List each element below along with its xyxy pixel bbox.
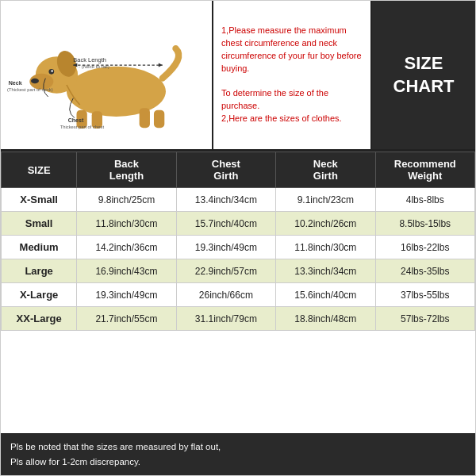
col-neck-girth: NeckGirth [276,152,375,188]
col-size: SIZE [2,152,77,188]
table-cell: 11.8inch/30cm [276,236,375,259]
table-cell: 19.3inch/49cm [77,283,176,307]
table-cell: 22.9inch/57cm [176,259,275,283]
svg-rect-10 [154,110,164,128]
table-row: XX-Large21.7inch/55cm31.1inch/79cm18.8in… [2,307,475,331]
svg-text:Chest: Chest [68,117,84,124]
size-table: SIZE BackLength ChestGirth NeckGirth Rec… [1,152,475,331]
table-cell: X-Small [2,188,77,212]
table-cell: XX-Large [2,307,77,331]
table-cell: 9.8inch/25cm [77,188,176,212]
col-back-length: BackLength [77,152,176,188]
svg-text:Thickest part of chest: Thickest part of chest [60,125,105,129]
size-table-section: SIZE BackLength ChestGirth NeckGirth Rec… [1,152,475,433]
svg-rect-9 [140,108,150,128]
table-cell: Large [2,259,77,283]
svg-marker-15 [159,63,163,67]
instructions-panel: 1,Please measure the maximum chest circu… [213,1,372,149]
table-cell: 31.1inch/79cm [176,307,275,331]
svg-point-0 [67,67,166,117]
table-cell: X-Large [2,283,77,307]
svg-point-5 [51,70,52,71]
footer-note: Pls be noted that the sizes are measured… [1,433,475,475]
svg-text:Back Length: Back Length [73,56,106,63]
table-cell: 14.2inch/36cm [77,236,176,259]
footer-line2: Pls allow for 1-2cm discrepancy. [10,455,466,469]
svg-text:- (Neck to tail): - (Neck to tail) [79,63,109,69]
table-cell: 4lbs-8lbs [375,188,474,212]
table-cell: 16.9inch/43cm [77,259,176,283]
table-cell: 15.7inch/40cm [176,212,275,236]
table-cell: 8.5lbs-15lbs [375,212,474,236]
table-cell: 13.3inch/34cm [276,259,375,283]
table-cell: 16lbs-22lbs [375,236,474,259]
table-cell: 13.4inch/34cm [176,188,275,212]
instruction-line1: 1,Please measure the maximum chest circu… [221,25,362,73]
svg-point-6 [31,79,39,84]
table-row: Medium14.2inch/36cm19.3inch/49cm11.8inch… [2,236,475,259]
table-cell: 15.6inch/40cm [276,283,375,307]
footer-line1: Pls be noted that the sizes are measured… [10,440,466,454]
table-row: Small11.8inch/30cm15.7inch/40cm10.2inch/… [2,212,475,236]
table-cell: 37lbs-55lbs [375,283,474,307]
table-header-row: SIZE BackLength ChestGirth NeckGirth Rec… [2,152,475,188]
svg-text:(Thickest part of neck): (Thickest part of neck) [7,87,53,92]
main-container: Back Length - (Neck to tail) Neck (Thick… [0,0,476,476]
table-cell: 24lbs-35lbs [375,259,474,283]
svg-text:Neck: Neck [9,80,22,86]
table-cell: 26inch/66cm [176,283,275,307]
table-row: Large16.9inch/43cm22.9inch/57cm13.3inch/… [2,259,475,283]
size-chart-title: SIZECHART [393,52,455,98]
instruction-text: 1,Please measure the maximum chest circu… [221,25,363,126]
table-cell: Small [2,212,77,236]
dog-diagram: Back Length - (Neck to tail) Neck (Thick… [1,1,213,149]
table-cell: 10.2inch/26cm [276,212,375,236]
table-cell: 9.1inch/23cm [276,188,375,212]
table-cell: 18.8inch/48cm [276,307,375,331]
table-row: X-Small9.8inch/25cm13.4inch/34cm9.1inch/… [2,188,475,212]
table-cell: 19.3inch/49cm [176,236,275,259]
table-cell: 57lbs-72lbs [375,307,474,331]
instruction-line3: 2,Here are the sizes of clothes. [221,113,342,123]
table-row: X-Large19.3inch/49cm26inch/66cm15.6inch/… [2,283,475,307]
table-cell: 21.7inch/55cm [77,307,176,331]
table-cell: Medium [2,236,77,259]
size-chart-label: SIZECHART [372,1,475,149]
table-cell: 11.8inch/30cm [77,212,176,236]
top-section: Back Length - (Neck to tail) Neck (Thick… [1,1,475,152]
diagram-svg: Back Length - (Neck to tail) Neck (Thick… [7,7,205,143]
col-recommend-weight: RecommendWeight [375,152,474,188]
instruction-line2: To determine the size of the purchase. [221,88,328,110]
col-chest-girth: ChestGirth [176,152,275,188]
